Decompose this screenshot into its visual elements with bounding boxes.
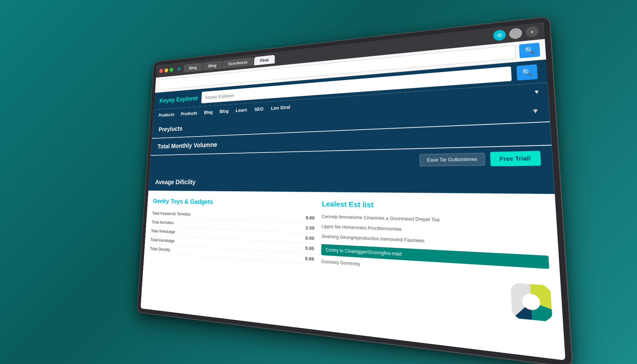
site-logo: Keyey Explorer (159, 95, 198, 105)
left-panel: Geeky Toys & Gadgets Total Keywords Term… (146, 197, 315, 322)
url-search-button[interactable]: 🔍 (519, 43, 540, 58)
data-label-0: Total Keywords Termlize (152, 211, 191, 217)
tab-blog-2[interactable]: Blog (203, 60, 222, 70)
minimize-button[interactable] (164, 68, 168, 73)
right-panel-title: Lealest Est list (322, 200, 546, 213)
gear-icon[interactable]: ⚙ (177, 66, 181, 73)
data-label-1: Total Kenoties (151, 220, 174, 225)
maximize-button[interactable] (170, 68, 173, 72)
nav-item-leostral[interactable]: Leo Stral (271, 101, 290, 115)
close-button[interactable] (159, 69, 163, 73)
data-value-4: 9.89 (305, 256, 314, 262)
nav-item-blog-1[interactable]: Blog (204, 106, 213, 119)
nav-item-blog-2[interactable]: Blog (219, 105, 229, 118)
filter-button[interactable]: Ease Tar Gulbontimes (420, 153, 485, 166)
tab-firal[interactable]: Firal (254, 55, 275, 65)
data-label-2: Total Kenduiige (151, 228, 176, 234)
nav-item-products-1[interactable]: Products (158, 108, 175, 121)
website-content: Keyey Explorer 🔍 Products Products Blog … (140, 59, 565, 360)
nav-item-products-2[interactable]: Products (181, 107, 198, 120)
settings-icon[interactable]: ⚙ (493, 30, 506, 41)
section-preylucts-title: Preylucts (159, 125, 183, 133)
monitor: ⚙ Blog Blog Scortivess Firal (137, 17, 572, 364)
nav-item-learn[interactable]: Learn (235, 103, 247, 117)
profile-icon[interactable] (509, 28, 522, 39)
tab-blog-1[interactable]: Blog (183, 63, 202, 73)
bottom-panels: Geeky Toys & Gadgets Total Keywords Term… (140, 191, 565, 360)
data-value-2: 8.00 (305, 235, 314, 241)
data-value-0: 9.89 (306, 215, 315, 221)
nav-chevron-icon: ▾ (535, 87, 539, 95)
screen: ⚙ Blog Blog Scortivess Firal (140, 22, 565, 360)
data-value-1: 2.59 (305, 225, 314, 231)
data-value-3: 5.95 (305, 245, 314, 251)
tab-scortivess[interactable]: Scortivess (223, 57, 254, 68)
left-panel-title: Geeky Toys & Gadgets (153, 197, 315, 208)
section-preylucts-chevron: ▾ (533, 106, 538, 116)
right-panel: Lealest Est list Cennelp fennnelome Cmen… (321, 200, 555, 349)
nav-item-seo[interactable]: SEO (254, 102, 264, 116)
section-total-monthly-title: Total Monthly Volumne (157, 141, 218, 150)
data-label-3: Total Kenduiige (150, 237, 175, 243)
pie-chart (510, 283, 552, 322)
new-tab-button[interactable]: + (525, 26, 539, 38)
free-trial-button[interactable]: Free Trial! (490, 151, 541, 166)
monitor-wrapper: ⚙ Blog Blog Scortivess Firal (114, 36, 523, 328)
tab-controls: ⚙ + (493, 26, 539, 41)
data-label-4: Total Divcility (150, 246, 170, 252)
site-search-button[interactable]: 🔍 (516, 64, 538, 81)
traffic-lights (159, 68, 173, 73)
section-avg-difficulty: Aveage Dificilty (149, 171, 555, 194)
section-avg-difficulty-title: Aveage Dificilty (155, 178, 196, 186)
